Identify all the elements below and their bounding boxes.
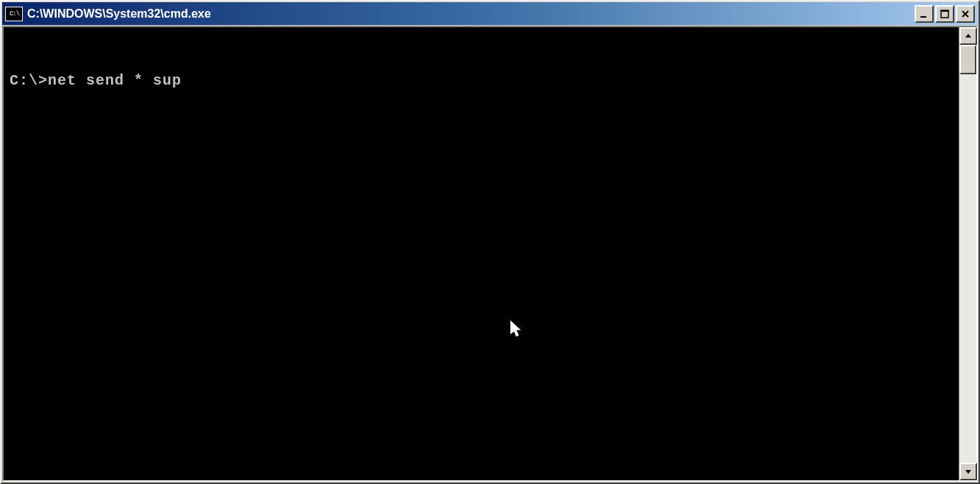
console-line: C:\>net send * sup [10,73,953,89]
mouse-cursor-icon [434,303,448,324]
maximize-button[interactable] [935,5,954,23]
maximize-icon [940,9,950,19]
titlebar[interactable]: C:\ C:\WINDOWS\System32\cmd.exe [1,1,979,25]
vertical-scrollbar [959,27,976,480]
client-area: C:\>net send * sup [2,26,978,482]
cmd-icon-label: C:\ [10,10,19,18]
prompt-text: C:\> [10,72,48,89]
window-controls [915,5,975,23]
cmd-icon: C:\ [5,7,23,21]
command-text: net send * sup [48,72,182,89]
chevron-up-icon [965,32,972,40]
minimize-icon [919,9,929,19]
console-output[interactable]: C:\>net send * sup [4,27,959,480]
scroll-track[interactable] [959,45,976,463]
scroll-thumb[interactable] [959,45,976,74]
scroll-down-button[interactable] [959,463,977,480]
command-prompt-window: C:\ C:\WINDOWS\System32\cmd.exe [0,0,980,484]
window-title: C:\WINDOWS\System32\cmd.exe [27,7,915,21]
svg-rect-2 [941,10,948,12]
close-button[interactable] [956,5,975,23]
minimize-button[interactable] [915,5,934,23]
scroll-up-button[interactable] [959,27,977,45]
close-icon [960,9,970,19]
svg-rect-0 [920,16,926,18]
chevron-down-icon [965,468,972,475]
